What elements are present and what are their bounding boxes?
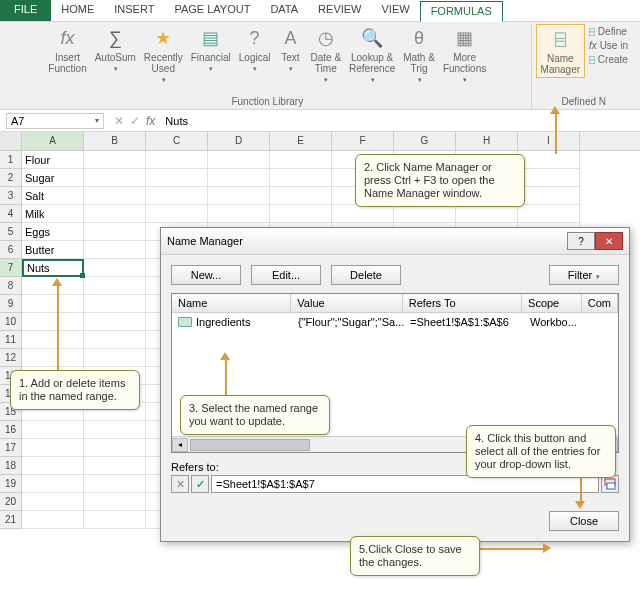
cell[interactable] (518, 205, 580, 223)
row-header[interactable]: 19 (0, 475, 22, 493)
column-header[interactable]: I (518, 132, 580, 150)
tab-page-layout[interactable]: PAGE LAYOUT (164, 0, 260, 21)
row-header[interactable]: 11 (0, 331, 22, 349)
scroll-thumb[interactable] (190, 439, 310, 451)
text-button[interactable]: AText▾ (274, 24, 306, 76)
cell[interactable]: Nuts (22, 259, 84, 277)
cell[interactable] (84, 151, 146, 169)
row-header[interactable]: 3 (0, 187, 22, 205)
cell[interactable] (146, 187, 208, 205)
row-header[interactable]: 10 (0, 313, 22, 331)
cell[interactable]: Milk (22, 205, 84, 223)
help-button[interactable]: ? (567, 232, 595, 250)
row-header[interactable]: 5 (0, 223, 22, 241)
cell[interactable] (22, 511, 84, 529)
define-name-button[interactable]: ⌸ Define (589, 26, 628, 37)
math-trig-button[interactable]: θMath & Trig▾ (399, 24, 439, 87)
cell[interactable] (84, 187, 146, 205)
cell[interactable] (84, 511, 146, 529)
row-header[interactable]: 12 (0, 349, 22, 367)
cell[interactable] (84, 457, 146, 475)
cell[interactable] (84, 493, 146, 511)
name-box[interactable]: A7▾ (6, 113, 104, 129)
cell[interactable]: Salt (22, 187, 84, 205)
row-header[interactable]: 4 (0, 205, 22, 223)
cell[interactable]: Sugar (22, 169, 84, 187)
cell[interactable] (518, 151, 580, 169)
tab-review[interactable]: REVIEW (308, 0, 371, 21)
chevron-down-icon[interactable]: ▾ (95, 116, 99, 125)
list-item[interactable]: Ingredients {"Flour";"Sugar";"Sa... =She… (172, 313, 618, 331)
column-header[interactable]: A (22, 132, 84, 150)
name-manager-button[interactable]: ⌸Name Manager (536, 24, 585, 78)
cell[interactable] (84, 421, 146, 439)
row-header[interactable]: 6 (0, 241, 22, 259)
close-button[interactable]: Close (549, 511, 619, 531)
cell[interactable] (270, 169, 332, 187)
cell[interactable] (84, 439, 146, 457)
cell[interactable] (84, 277, 146, 295)
cell[interactable] (22, 331, 84, 349)
cell[interactable] (22, 475, 84, 493)
cell[interactable] (146, 151, 208, 169)
tab-data[interactable]: DATA (260, 0, 308, 21)
cell[interactable] (332, 205, 394, 223)
row-header[interactable]: 17 (0, 439, 22, 457)
refers-cancel-icon[interactable]: ✕ (171, 475, 189, 493)
cell[interactable] (456, 205, 518, 223)
tab-view[interactable]: VIEW (372, 0, 420, 21)
cell[interactable] (208, 187, 270, 205)
row-header[interactable]: 20 (0, 493, 22, 511)
autosum-button[interactable]: ∑AutoSum▾ (91, 24, 140, 76)
column-header[interactable]: H (456, 132, 518, 150)
insert-function-button[interactable]: fxInsert Function (44, 24, 90, 76)
dialog-titlebar[interactable]: Name Manager ? ✕ (161, 228, 629, 255)
recently-used-button[interactable]: ★Recently Used▾ (140, 24, 187, 87)
delete-button[interactable]: Delete (331, 265, 401, 285)
row-header[interactable]: 1 (0, 151, 22, 169)
cell[interactable] (146, 205, 208, 223)
column-header[interactable]: G (394, 132, 456, 150)
close-window-button[interactable]: ✕ (595, 232, 623, 250)
cell[interactable] (84, 223, 146, 241)
cell[interactable] (22, 421, 84, 439)
row-header[interactable]: 2 (0, 169, 22, 187)
create-from-selection-button[interactable]: ⌸ Create (589, 54, 628, 65)
row-header[interactable]: 9 (0, 295, 22, 313)
fx-icon[interactable]: fx (146, 114, 155, 128)
cell[interactable]: Butter (22, 241, 84, 259)
cell[interactable] (208, 205, 270, 223)
cell[interactable]: Eggs (22, 223, 84, 241)
date-time-button[interactable]: ◷Date & Time▾ (306, 24, 345, 87)
cell[interactable] (84, 331, 146, 349)
formula-input[interactable] (159, 115, 309, 127)
cell[interactable] (518, 169, 580, 187)
cell[interactable] (84, 295, 146, 313)
select-all-corner[interactable] (0, 132, 22, 150)
cancel-formula-icon[interactable]: ✕ (114, 114, 124, 128)
cell[interactable] (22, 439, 84, 457)
cell[interactable]: Flour (22, 151, 84, 169)
cell[interactable] (208, 169, 270, 187)
cell[interactable] (22, 349, 84, 367)
cell[interactable] (22, 493, 84, 511)
column-header[interactable]: C (146, 132, 208, 150)
lookup-reference-button[interactable]: 🔍Lookup & Reference▾ (345, 24, 399, 87)
financial-button[interactable]: ▤Financial▾ (187, 24, 235, 76)
cell[interactable] (22, 313, 84, 331)
column-header[interactable]: D (208, 132, 270, 150)
cell[interactable] (84, 313, 146, 331)
cell[interactable] (146, 169, 208, 187)
cell[interactable] (270, 205, 332, 223)
cell[interactable] (270, 151, 332, 169)
filter-button[interactable]: Filter ▾ (549, 265, 619, 285)
cell[interactable] (84, 169, 146, 187)
cell[interactable] (84, 475, 146, 493)
row-header[interactable]: 21 (0, 511, 22, 529)
tab-insert[interactable]: INSERT (104, 0, 164, 21)
refers-accept-icon[interactable]: ✓ (191, 475, 209, 493)
enter-formula-icon[interactable]: ✓ (130, 114, 140, 128)
row-header[interactable]: 18 (0, 457, 22, 475)
new-button[interactable]: New... (171, 265, 241, 285)
column-header[interactable]: E (270, 132, 332, 150)
